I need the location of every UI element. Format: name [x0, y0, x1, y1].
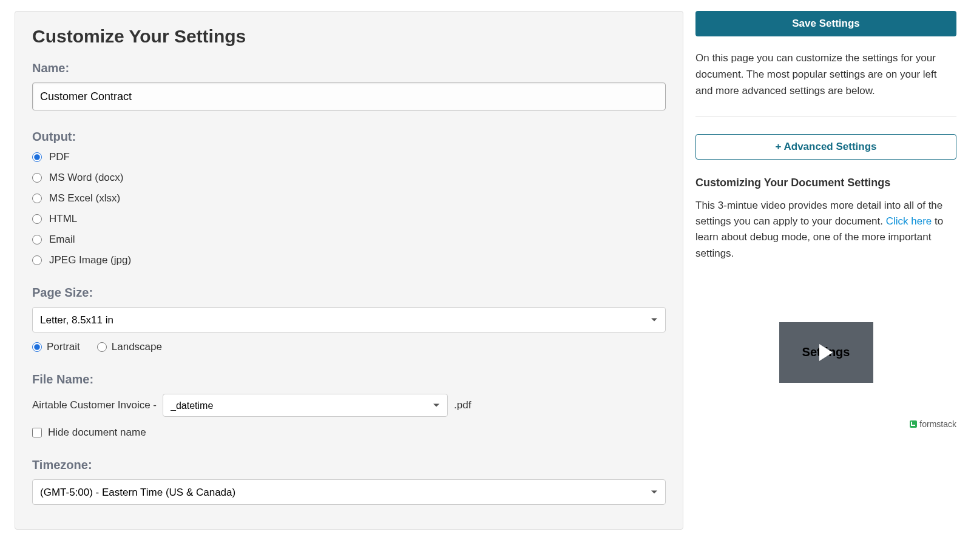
sidebar-panel: Save Settings On this page you can custo…	[695, 11, 956, 530]
output-label: Output:	[32, 130, 666, 144]
orientation-radio-landscape[interactable]	[97, 342, 107, 352]
filename-extension: .pdf	[454, 399, 471, 411]
output-option-jpg: JPEG Image (jpg)	[32, 254, 666, 266]
timezone-field-group: Timezone: (GMT-5:00) - Eastern Time (US …	[32, 458, 666, 505]
pagesize-label: Page Size:	[32, 286, 666, 300]
output-option-email: Email	[32, 234, 666, 246]
pagesize-field-group: Page Size: Letter, 8.5x11 in Portrait La…	[32, 286, 666, 353]
help-text: This 3-mintue video provides more detail…	[695, 198, 956, 261]
hide-docname-label: Hide document name	[48, 427, 146, 439]
orientation-radio-portrait[interactable]	[32, 342, 42, 352]
output-radio-list: PDF MS Word (docx) MS Excel (xlsx) HTML …	[32, 151, 666, 266]
brand-attribution: formstack	[695, 419, 956, 429]
divider	[695, 116, 956, 117]
output-radio-xlsx[interactable]	[32, 194, 42, 203]
output-radio-label: PDF	[49, 151, 70, 163]
filename-prefix: Airtable Customer Invoice -	[32, 399, 157, 411]
help-heading: Customizing Your Document Settings	[695, 177, 956, 189]
filename-label: File Name:	[32, 373, 666, 386]
save-settings-button[interactable]: Save Settings	[695, 11, 956, 36]
output-radio-label: MS Word (docx)	[49, 172, 124, 184]
output-option-docx: MS Word (docx)	[32, 172, 666, 184]
output-option-xlsx: MS Excel (xlsx)	[32, 192, 666, 204]
main-settings-panel: Customize Your Settings Name: Output: PD…	[15, 11, 683, 530]
filename-suffix-select[interactable]: _datetime	[163, 394, 448, 417]
pagesize-select[interactable]: Letter, 8.5x11 in	[32, 307, 666, 332]
timezone-label: Timezone:	[32, 458, 666, 472]
play-icon	[819, 344, 833, 361]
orientation-label-landscape: Landscape	[112, 341, 162, 353]
hide-docname-checkbox[interactable]	[32, 428, 42, 437]
output-radio-jpg[interactable]	[32, 255, 42, 265]
help-link[interactable]: Click here	[886, 215, 932, 227]
timezone-select[interactable]: (GMT-5:00) - Eastern Time (US & Canada)	[32, 479, 666, 505]
output-radio-html[interactable]	[32, 214, 42, 224]
output-radio-label: JPEG Image (jpg)	[49, 254, 131, 266]
advanced-settings-button[interactable]: + Advanced Settings	[695, 134, 956, 160]
output-field-group: Output: PDF MS Word (docx) MS Excel (xls…	[32, 130, 666, 266]
page-title: Customize Your Settings	[32, 26, 666, 47]
output-radio-pdf[interactable]	[32, 152, 42, 162]
formstack-logo-icon	[910, 420, 917, 428]
sidebar-description: On this page you can customize the setti…	[695, 50, 956, 100]
output-option-pdf: PDF	[32, 151, 666, 163]
output-radio-docx[interactable]	[32, 173, 42, 183]
name-field-group: Name:	[32, 61, 666, 110]
output-option-html: HTML	[32, 213, 666, 225]
brand-text: formstack	[919, 419, 956, 429]
video-thumbnail[interactable]: Settings	[779, 322, 873, 383]
output-radio-email[interactable]	[32, 235, 42, 245]
orientation-row: Portrait Landscape	[32, 341, 666, 353]
name-label: Name:	[32, 61, 666, 75]
output-radio-label: HTML	[49, 213, 77, 225]
name-input[interactable]	[32, 83, 666, 110]
output-radio-label: MS Excel (xlsx)	[49, 192, 120, 204]
output-radio-label: Email	[49, 234, 75, 246]
orientation-label-portrait: Portrait	[47, 341, 80, 353]
filename-field-group: File Name: Airtable Customer Invoice - _…	[32, 373, 666, 439]
